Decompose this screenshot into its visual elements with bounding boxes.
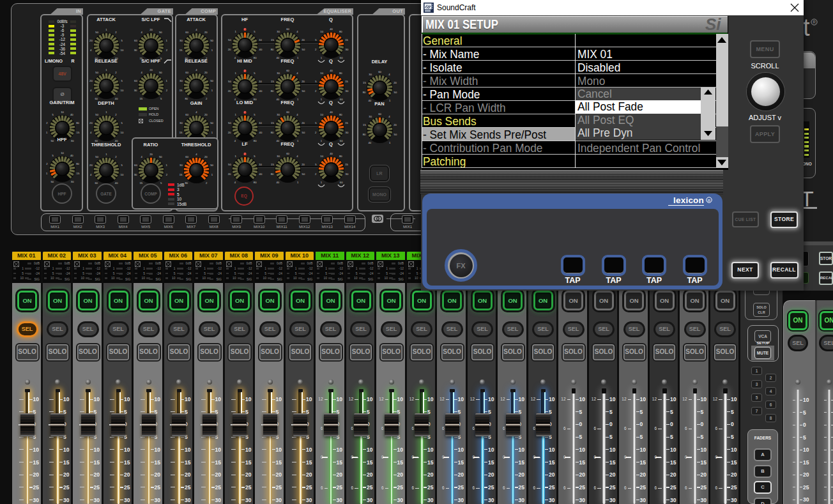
svg-text:40: 40 [259, 48, 262, 51]
svg-text:1: 1 [389, 141, 391, 144]
svg-text:30: 30 [345, 48, 348, 51]
svg-text:40: 40 [114, 97, 118, 100]
svg-text:20: 20 [149, 152, 153, 155]
svg-text:5: 5 [315, 121, 317, 124]
svg-text:2: 2 [115, 71, 117, 74]
svg-text:15: 15 [345, 38, 348, 41]
svg-text:30: 30 [369, 73, 372, 76]
svg-text:15: 15 [271, 162, 274, 165]
svg-text:4: 4 [296, 113, 298, 116]
svg-text:2: 2 [115, 155, 117, 158]
svg-text:15: 15 [345, 79, 348, 82]
svg-text:30: 30 [180, 163, 183, 166]
svg-text:5: 5 [121, 79, 123, 82]
svg-text:80: 80 [270, 172, 273, 176]
svg-text:50: 50 [394, 133, 397, 136]
svg-text:40: 40 [330, 68, 333, 72]
svg-text:50: 50 [302, 172, 305, 176]
svg-text:20: 20 [89, 163, 93, 166]
svg-text:60: 60 [286, 151, 289, 155]
svg-text:50: 50 [302, 89, 305, 93]
svg-text:10: 10 [259, 121, 262, 124]
svg-text:20: 20 [89, 121, 93, 124]
svg-text:10: 10 [120, 131, 123, 134]
svg-text:15: 15 [345, 162, 348, 165]
svg-text:1: 1 [320, 181, 322, 184]
svg-text:4: 4 [388, 115, 390, 118]
svg-text:40: 40 [330, 151, 333, 155]
svg-text:30: 30 [277, 155, 280, 158]
svg-text:50: 50 [158, 71, 162, 74]
svg-text:10: 10 [320, 113, 323, 116]
svg-text:15: 15 [76, 131, 79, 134]
svg-text:10: 10 [120, 49, 123, 52]
svg-text:5: 5 [315, 162, 317, 165]
svg-text:4: 4 [195, 110, 197, 113]
svg-text:4: 4 [296, 155, 298, 158]
svg-text:20: 20 [227, 48, 231, 51]
svg-text:30: 30 [345, 131, 348, 134]
svg-text:20: 20 [149, 27, 153, 31]
svg-text:80: 80 [339, 72, 342, 75]
svg-text:5: 5 [254, 113, 256, 116]
svg-text:80: 80 [270, 89, 273, 93]
svg-text:60: 60 [378, 70, 381, 73]
svg-text:1: 1 [234, 72, 236, 75]
svg-text:15: 15 [179, 49, 182, 52]
svg-text:4: 4 [141, 71, 142, 74]
svg-text:5: 5 [121, 38, 123, 42]
svg-text:10: 10 [120, 89, 123, 92]
svg-text:2: 2 [165, 49, 167, 52]
svg-text:20: 20 [394, 80, 397, 84]
svg-text:20: 20 [302, 162, 305, 165]
svg-text:1: 1 [297, 181, 299, 184]
svg-text:30: 30 [134, 173, 137, 176]
svg-text:1: 1 [105, 68, 107, 71]
svg-text:50: 50 [95, 113, 98, 116]
svg-text:60: 60 [134, 79, 137, 82]
svg-text:20: 20 [204, 113, 207, 116]
svg-text:4: 4 [141, 31, 142, 34]
svg-text:80: 80 [339, 113, 342, 116]
svg-text:R: R [813, 20, 816, 24]
svg-text:2: 2 [115, 113, 117, 116]
svg-text:2: 2 [314, 89, 316, 93]
svg-text:2: 2 [206, 97, 208, 100]
svg-text:20: 20 [204, 71, 207, 74]
svg-text:30: 30 [70, 180, 73, 183]
svg-text:40: 40 [259, 89, 262, 93]
svg-text:10: 10 [259, 38, 262, 41]
svg-text:2: 2 [314, 131, 316, 134]
svg-text:15: 15 [271, 121, 274, 124]
svg-text:2: 2 [165, 173, 167, 176]
svg-text:30: 30 [180, 121, 183, 124]
svg-text:15: 15 [76, 172, 79, 175]
svg-text:80: 80 [253, 181, 256, 184]
svg-text:50: 50 [210, 163, 213, 166]
svg-text:50: 50 [95, 155, 98, 158]
svg-text:2: 2 [46, 121, 48, 124]
svg-text:60: 60 [286, 68, 289, 72]
svg-text:15: 15 [139, 97, 142, 100]
svg-text:50: 50 [228, 38, 231, 41]
svg-text:4: 4 [89, 89, 91, 92]
svg-text:60: 60 [378, 112, 381, 115]
svg-text:20: 20 [302, 79, 305, 82]
svg-text:5: 5 [254, 30, 256, 33]
svg-text:80: 80 [270, 48, 273, 51]
svg-text:40: 40 [330, 27, 333, 30]
svg-text:5: 5 [121, 163, 123, 166]
svg-text:50: 50 [158, 31, 162, 34]
svg-text:2: 2 [46, 162, 48, 165]
svg-text:1: 1 [211, 131, 213, 134]
svg-text:10: 10 [61, 110, 64, 113]
svg-text:4: 4 [195, 27, 197, 31]
svg-text:1: 1 [165, 163, 167, 166]
svg-text:4: 4 [388, 73, 390, 76]
svg-text:1: 1 [105, 152, 107, 155]
svg-text:20: 20 [204, 31, 207, 34]
svg-text:60: 60 [185, 155, 188, 158]
svg-text:50: 50 [158, 155, 162, 158]
svg-text:4: 4 [195, 68, 197, 71]
svg-text:50: 50 [210, 79, 213, 82]
